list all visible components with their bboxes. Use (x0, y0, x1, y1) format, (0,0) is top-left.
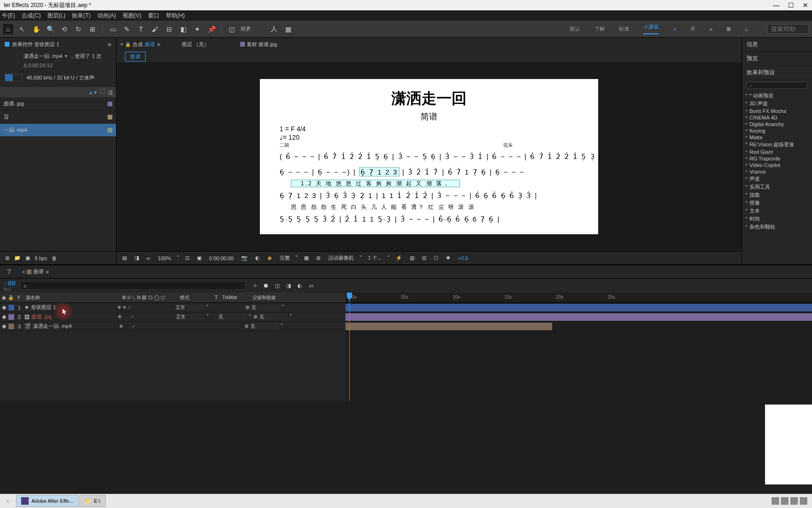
motion-blur-icon[interactable]: ◐ (296, 281, 304, 290)
zoom-select[interactable]: 100% (156, 254, 173, 262)
roto-tool-icon[interactable]: ✦ (192, 24, 203, 34)
search-help-input[interactable] (767, 24, 809, 34)
menu-anim[interactable]: 动画(A) (97, 12, 116, 20)
maximize-button[interactable]: ☐ (788, 1, 794, 9)
timeline-layer[interactable]: ◉ 3 🎬 潇洒走一回. mp4 ⊕ ／ ⊚ 无˅ (0, 322, 345, 331)
tree-item[interactable]: ▸RE:Vision 超级变速 (745, 141, 809, 149)
layer-color[interactable] (8, 324, 14, 329)
layer-color[interactable] (8, 305, 14, 310)
menu-window[interactable]: 窗口 (148, 12, 159, 20)
res-dropdown-icon[interactable]: ˅ (296, 255, 298, 261)
hide-shy-icon[interactable]: ◫ (273, 281, 281, 290)
parent-select[interactable]: 无 (259, 314, 288, 320)
pickwhip-icon[interactable]: ⊚ (245, 304, 250, 310)
timeline-search[interactable]: ⌕ (20, 281, 246, 290)
ws-learn[interactable]: 了解 (594, 25, 605, 32)
tree-item[interactable]: ▸Matte (745, 134, 809, 141)
preview-panel-header[interactable]: 预览 (742, 52, 812, 66)
layer-switches[interactable]: ⊕ ※ ／ (117, 304, 174, 310)
roi-icon[interactable]: ▣ (195, 254, 203, 262)
parent-col[interactable]: 父级和链接 (250, 294, 297, 301)
label-col-icon[interactable] (101, 89, 105, 94)
menu-comp[interactable]: 合成(C) (22, 12, 41, 20)
folder-icon[interactable]: 📁 (14, 255, 21, 262)
tray-icon[interactable] (781, 497, 789, 505)
layer-name[interactable]: 潇洒走一回. mp4 (33, 323, 117, 330)
zoom-dropdown-icon[interactable]: ˅ (177, 255, 180, 261)
eraser-tool-icon[interactable]: ◧ (178, 24, 188, 34)
exposure-value[interactable]: +0.0 (456, 254, 470, 262)
av-col-icon[interactable]: ◉ (2, 295, 6, 300)
project-item[interactable]: 曲谱. jpg (0, 97, 116, 111)
time-ruler[interactable]: 00s 05s 10s 15s 20s 25s (345, 293, 812, 303)
t-col[interactable]: T (213, 295, 219, 300)
menu-view[interactable]: 视图(V) (123, 12, 141, 20)
color-icon[interactable]: ◉ (265, 254, 274, 262)
timeline-layer[interactable]: ◉ 1 ★ 形状图层 1 ⊕ ※ ／ 正常˅ ⊚ 无˅ (0, 303, 345, 312)
minimize-button[interactable]: — (773, 1, 780, 9)
start-button[interactable]: ◐ (2, 495, 15, 507)
graph-editor-icon[interactable]: ▭ (307, 281, 315, 290)
layer-name[interactable]: 曲谱. jpg (31, 313, 116, 320)
trash-icon[interactable]: 🗑 (51, 255, 58, 262)
home-tool-icon[interactable]: ⌂ (3, 24, 13, 34)
new-comp-icon[interactable]: ▣ (24, 255, 31, 262)
tree-item[interactable]: ▸3D 声道 (745, 100, 809, 108)
blend-mode[interactable]: 正常 (176, 304, 204, 311)
tree-item[interactable]: ▸抠像 (745, 199, 809, 207)
toggle-alpha-icon[interactable]: ▤ (120, 254, 129, 262)
blend-mode[interactable]: 正常 (176, 314, 204, 320)
panel-menu-icon[interactable]: » (108, 40, 111, 48)
close-tab-icon[interactable]: × (22, 269, 25, 275)
toggle-mask-icon[interactable]: ◨ (133, 254, 141, 262)
playhead[interactable] (349, 293, 350, 401)
toggle-3d-icon[interactable]: ∞ (145, 254, 152, 262)
lock-icon[interactable]: 🔒 (125, 42, 131, 47)
tab-menu-icon[interactable]: ≡ (157, 41, 160, 47)
visibility-toggle[interactable]: ◉ (2, 304, 7, 310)
layer-switches[interactable]: ⊕ ／ (119, 323, 176, 329)
comp-tab-layer[interactable]: 图层 （无） (182, 41, 209, 48)
camera-tool-icon[interactable]: ⊞ (87, 24, 98, 34)
comp-viewer[interactable]: 潇洒走一回 简谱 1 = F 4/4 ♩= 120 二胡弦乐 ( 6̇ − − … (117, 62, 742, 251)
layer-bar[interactable] (345, 323, 552, 330)
parent-select[interactable]: 无 (250, 323, 279, 330)
tree-item[interactable]: ▸扭曲 (745, 191, 809, 199)
layer-track[interactable] (345, 322, 812, 331)
layer-name[interactable]: 形状图层 1 (31, 304, 116, 311)
rect-tool-icon[interactable]: ▭ (108, 24, 118, 34)
bpc-label[interactable]: 8 bpc (35, 255, 47, 261)
selection-tool-icon[interactable]: ↖ (17, 24, 27, 34)
draft3d-icon[interactable]: ⬢ (262, 281, 270, 290)
comp-tab-main[interactable]: × 🔒 合成 曲谱 ≡ (120, 41, 160, 48)
trkmat-select[interactable]: 无 (219, 314, 247, 320)
transparency-icon[interactable]: ▦ (302, 254, 311, 262)
source-col[interactable]: 源名称 (24, 294, 118, 301)
tree-item[interactable]: ▸杂色和颗粒 (745, 223, 809, 231)
fast-preview-icon[interactable]: ⚡ (394, 254, 404, 262)
tree-item[interactable]: ▸* 动画预设 (745, 92, 809, 100)
tree-item[interactable]: ▸实用工具 (745, 183, 809, 191)
mask-tool-icon[interactable]: 人 (269, 24, 279, 34)
taskbar-app[interactable]: Adobe After Effe... (16, 495, 78, 507)
tray-icon[interactable] (800, 497, 807, 505)
comp-flowchart-icon[interactable]: ⊹ (250, 281, 259, 290)
frame-blend-icon[interactable]: ◨ (284, 281, 293, 290)
menu-layer[interactable]: 图层(L) (47, 12, 66, 20)
timeline-icon[interactable]: ▥ (408, 254, 416, 262)
search-icon[interactable]: ⌕ (745, 26, 748, 32)
layer-color[interactable] (8, 314, 14, 320)
tray-icon[interactable] (772, 497, 779, 505)
pickwhip-icon[interactable]: ⊚ (244, 323, 249, 329)
comp-tab-footage[interactable]: 素材 曲谱.jpg (240, 41, 277, 48)
layer-bar[interactable] (345, 304, 812, 311)
effects-panel-header[interactable]: 效果和预设 (742, 66, 812, 80)
brush-tool-icon[interactable]: 🖌 (150, 24, 160, 34)
tree-item[interactable]: ▸Boris FX Mocha (745, 108, 809, 114)
num-col[interactable]: # (16, 295, 22, 300)
tree-item[interactable]: ▸Vranos (745, 168, 809, 175)
interpret-icon[interactable]: ⊞ (4, 255, 10, 262)
pen-tool-icon[interactable]: ✎ (122, 24, 132, 34)
tree-item[interactable]: ▸Red Giant (745, 149, 809, 155)
views-select[interactable]: 1 个... (366, 254, 383, 262)
